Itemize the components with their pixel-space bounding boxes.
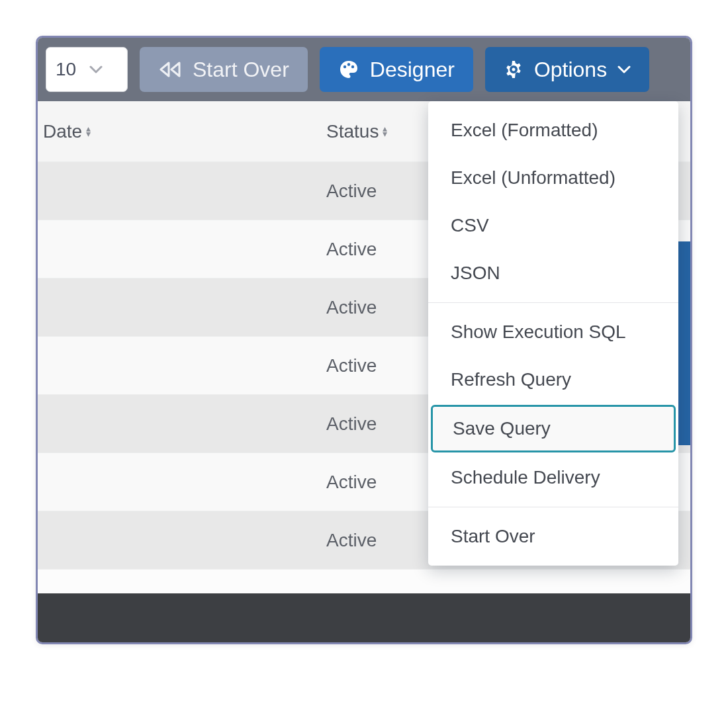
app-window: 10 Start Over Designer Options [36,36,692,644]
options-menu-item[interactable]: Schedule Delivery [428,454,678,501]
column-header-status-label: Status [326,121,379,142]
page-size-value: 10 [56,59,76,80]
svg-point-2 [351,65,354,68]
toolbar: 10 Start Over Designer Options [38,38,690,101]
options-dropdown: Excel (Formatted)Excel (Unformatted)CSVJ… [428,101,678,566]
column-header-date-label: Date [43,121,82,142]
options-menu-item[interactable]: Start Over [428,513,678,560]
svg-point-1 [347,63,350,65]
sort-icon: ▴▾ [383,126,387,136]
designer-label: Designer [370,58,455,82]
start-over-button[interactable]: Start Over [140,47,308,92]
options-menu-item[interactable]: Excel (Formatted) [428,107,678,154]
rewind-icon [158,60,182,79]
svg-point-0 [343,65,346,68]
column-header-date[interactable]: Date ▴▾ [38,121,326,142]
dropdown-divider [428,507,678,507]
start-over-label: Start Over [193,58,289,82]
chevron-down-icon [617,65,631,74]
options-menu-item[interactable]: CSV [428,202,678,249]
options-menu-item[interactable]: JSON [428,249,678,297]
footer-bar [38,593,690,642]
options-menu-item[interactable]: Save Query [431,405,676,452]
options-button[interactable]: Options [485,47,649,92]
options-menu-item[interactable]: Refresh Query [428,356,678,404]
designer-button[interactable]: Designer [320,47,473,92]
dropdown-divider [428,302,678,303]
options-menu-item[interactable]: Excel (Unformatted) [428,154,678,202]
caret-down-icon [89,65,103,74]
palette-icon [338,59,359,80]
options-label: Options [534,58,607,82]
gear-icon [504,60,523,79]
options-menu-item[interactable]: Show Execution SQL [428,308,678,356]
page-size-select[interactable]: 10 [46,47,128,92]
sort-icon: ▴▾ [86,126,91,136]
